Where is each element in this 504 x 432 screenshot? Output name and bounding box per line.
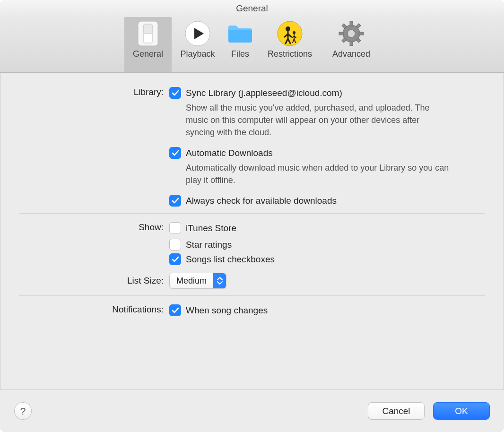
window-title-text: General	[236, 3, 268, 14]
sync-library-checkbox[interactable]	[169, 87, 181, 99]
cancel-button-label: Cancel	[382, 406, 410, 416]
sync-library-description: Show all the music you've added, purchas…	[186, 102, 451, 138]
tab-files[interactable]: Files	[224, 17, 257, 72]
svg-rect-9	[350, 41, 353, 46]
itunes-store-label: iTunes Store	[186, 223, 236, 233]
content-area: Library: Sync Library (j.appleseed@iclou…	[0, 73, 504, 389]
svg-rect-10	[339, 32, 344, 35]
songs-list-checkboxes-label: Songs list checkboxes	[186, 254, 275, 265]
section-divider	[19, 295, 485, 296]
when-song-changes-checkbox[interactable]	[169, 304, 181, 316]
window-title: General	[0, 0, 504, 17]
sync-library-label: Sync Library (j.appleseed@icloud.com)	[186, 88, 342, 98]
section-divider	[19, 213, 485, 214]
svg-point-16	[348, 30, 355, 37]
parental-icon	[276, 20, 304, 47]
star-ratings-label: Star ratings	[186, 240, 232, 250]
tab-advanced-label: Advanced	[332, 49, 370, 59]
tab-restrictions[interactable]: Restrictions	[257, 17, 323, 72]
itunes-store-checkbox[interactable]	[169, 222, 181, 234]
list-size-label: List Size:	[19, 276, 169, 286]
star-ratings-checkbox[interactable]	[169, 239, 181, 251]
preferences-toolbar: General Playback Files	[0, 17, 504, 73]
tab-general[interactable]: General	[124, 17, 172, 72]
svg-rect-11	[359, 32, 364, 35]
switch-icon	[134, 20, 162, 47]
help-icon: ?	[20, 406, 26, 417]
gear-icon	[338, 20, 365, 47]
tab-playback[interactable]: Playback	[172, 17, 224, 72]
show-section-label: Show:	[19, 222, 169, 233]
list-size-select[interactable]: Medium	[169, 273, 226, 289]
automatic-downloads-checkbox[interactable]	[169, 147, 181, 159]
cancel-button[interactable]: Cancel	[368, 402, 425, 420]
tab-files-label: Files	[231, 49, 249, 59]
always-check-downloads-label: Always check for available downloads	[186, 196, 337, 206]
svg-rect-2	[144, 24, 152, 34]
ok-button-label: OK	[455, 406, 468, 416]
preferences-window: General General Playback	[0, 0, 504, 432]
library-section-label: Library:	[19, 87, 169, 97]
folder-icon	[226, 20, 254, 47]
play-icon	[184, 20, 211, 47]
songs-list-checkboxes-checkbox[interactable]	[169, 253, 181, 265]
ok-button[interactable]: OK	[433, 402, 490, 420]
tab-playback-label: Playback	[180, 49, 215, 59]
svg-rect-8	[350, 21, 353, 26]
automatic-downloads-label: Automatic Downloads	[186, 148, 273, 158]
tab-restrictions-label: Restrictions	[268, 49, 312, 59]
list-size-value: Medium	[170, 276, 213, 286]
chevron-up-down-icon	[213, 273, 226, 288]
automatic-downloads-description: Automatically download music when added …	[186, 162, 451, 186]
tab-general-label: General	[133, 49, 163, 59]
notifications-section-label: Notifications:	[19, 304, 169, 315]
tab-advanced[interactable]: Advanced	[323, 17, 380, 72]
when-song-changes-label: When song changes	[186, 305, 268, 316]
dialog-footer: ? Cancel OK	[0, 389, 504, 432]
always-check-downloads-checkbox[interactable]	[169, 195, 181, 207]
help-button[interactable]: ?	[14, 402, 32, 420]
